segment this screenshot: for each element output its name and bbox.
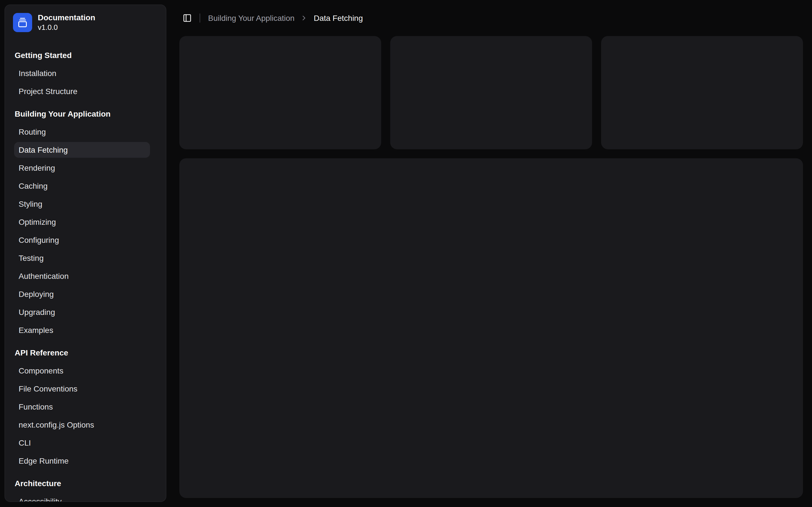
header-separator [200,13,200,22]
sidebar-item[interactable]: Rendering [14,160,150,176]
app-version: v1.0.0 [38,23,95,32]
breadcrumb-parent-link[interactable]: Building Your Application [208,13,295,22]
sidebar-group-label[interactable]: API Reference [10,345,161,360]
main-header: Building Your Application Data Fetching [170,0,812,36]
sidebar-group: ArchitectureAccessibility [10,475,161,502]
sidebar-item[interactable]: Deploying [14,286,150,302]
sidebar-item[interactable]: Accessibility [14,494,150,502]
sidebar-group-items: RoutingData FetchingRenderingCachingStyl… [14,124,150,338]
app-title-block: Documentation v1.0.0 [38,13,95,32]
placeholder-card [601,36,803,149]
sidebar-item[interactable]: Caching [14,178,150,194]
sidebar-item[interactable]: Functions [14,399,150,414]
sidebar-item[interactable]: Examples [14,322,150,338]
main-placeholder-card [179,158,803,498]
sidebar-group-label[interactable]: Getting Started [10,47,161,63]
sidebar-group: Getting StartedInstallationProject Struc… [10,47,161,99]
sidebar: Documentation v1.0.0 Getting StartedInst… [4,4,166,502]
sidebar-group-items: ComponentsFile ConventionsFunctionsnext.… [14,363,150,469]
sidebar-item[interactable]: Edge Runtime [14,453,150,469]
sidebar-item[interactable]: Testing [14,250,150,266]
breadcrumb-current-page: Data Fetching [314,13,363,22]
sidebar-item[interactable]: Installation [14,65,150,81]
sidebar-group-items: InstallationProject Structure [14,65,150,99]
sidebar-item[interactable]: Styling [14,196,150,212]
sidebar-group: Building Your ApplicationRoutingData Fet… [10,106,161,338]
gallery-vertical-end-icon [13,13,32,32]
placeholder-card [390,36,592,149]
sidebar-item[interactable]: Routing [14,124,150,140]
sidebar-group: API ReferenceComponentsFile ConventionsF… [10,345,161,469]
sidebar-toggle-button[interactable] [179,10,195,26]
page-content [170,36,812,507]
panel-left-icon [183,13,192,22]
chevron-right-icon [300,14,308,22]
sidebar-item[interactable]: Configuring [14,232,150,248]
breadcrumb: Building Your Application Data Fetching [208,13,363,22]
sidebar-item[interactable]: File Conventions [14,381,150,397]
app-title: Documentation [38,13,95,23]
placeholder-card [179,36,381,149]
main-area: Building Your Application Data Fetching [170,0,812,507]
sidebar-nav: Getting StartedInstallationProject Struc… [5,47,166,501]
sidebar-item[interactable]: Optimizing [14,214,150,230]
sidebar-group-label[interactable]: Building Your Application [10,106,161,122]
placeholder-card-row [179,36,803,149]
sidebar-item[interactable]: Data Fetching [14,142,150,158]
sidebar-group-label[interactable]: Architecture [10,475,161,491]
sidebar-item[interactable]: next.config.js Options [14,417,150,433]
sidebar-item[interactable]: Components [14,363,150,379]
sidebar-item[interactable]: CLI [14,435,150,451]
app-home-button[interactable]: Documentation v1.0.0 [13,13,158,32]
sidebar-item[interactable]: Authentication [14,268,150,284]
sidebar-group-items: Accessibility [14,494,150,502]
sidebar-item[interactable]: Upgrading [14,304,150,320]
app-root: Documentation v1.0.0 Getting StartedInst… [0,0,812,507]
sidebar-item[interactable]: Project Structure [14,83,150,99]
sidebar-header: Documentation v1.0.0 [5,5,166,38]
